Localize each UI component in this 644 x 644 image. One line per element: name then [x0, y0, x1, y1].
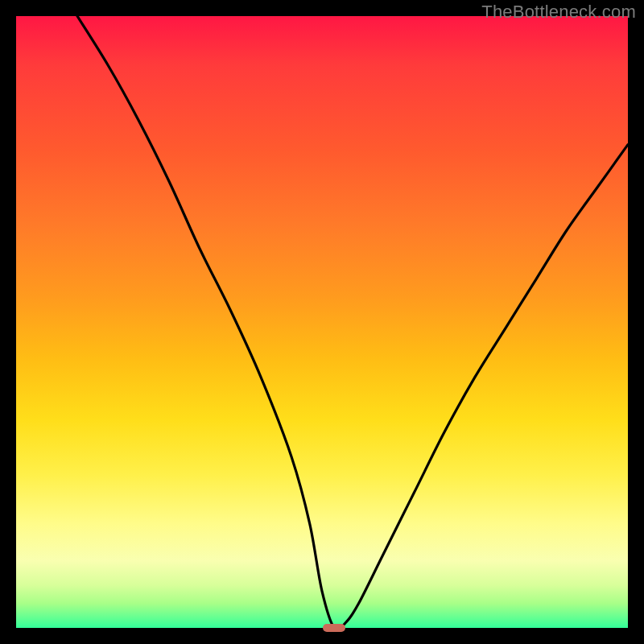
optimal-marker	[323, 624, 345, 632]
plot-area	[16, 16, 628, 628]
bottleneck-curve	[16, 16, 628, 628]
plot-frame	[16, 16, 628, 628]
chart-stage: TheBottleneck.com	[0, 0, 644, 644]
watermark-text: TheBottleneck.com	[481, 2, 636, 23]
